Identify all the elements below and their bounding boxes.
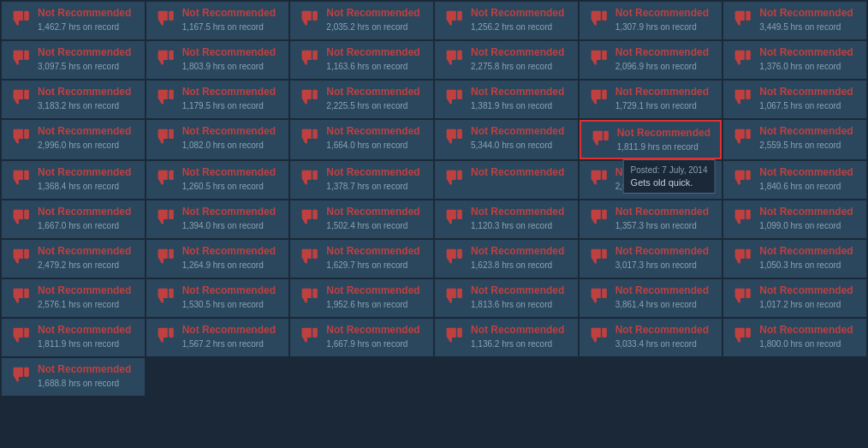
svg-rect-2 xyxy=(313,11,318,21)
hours-record: 1,179.5 hrs on record xyxy=(182,101,282,111)
thumbdown-icon xyxy=(730,127,754,151)
thumbdown-icon xyxy=(586,286,610,310)
review-card[interactable]: Not Recommended1,952.6 hrs on record xyxy=(290,279,433,317)
review-card[interactable]: Not Recommended2,096.9 hrs on record xyxy=(580,41,722,79)
not-recommended-label: Not Recommended xyxy=(759,284,859,298)
review-text: Not Recommended1,067.5 hrs on record xyxy=(759,86,859,111)
svg-rect-14 xyxy=(313,90,318,99)
review-card[interactable]: Not Recommended1,667.9 hrs on record xyxy=(290,319,433,356)
hours-record: 1,376.0 hrs on record xyxy=(759,62,859,71)
svg-rect-13 xyxy=(169,90,174,99)
not-recommended-label: Not Recommended xyxy=(182,166,282,180)
not-recommended-label: Not Recommended xyxy=(38,245,138,259)
thumbdown-icon xyxy=(442,168,466,192)
thumbdown-icon xyxy=(9,326,33,349)
review-card[interactable]: Not Recommended1,082.0 hrs on record xyxy=(146,120,289,159)
svg-rect-35 xyxy=(746,210,752,219)
review-card[interactable]: Not Recommended5,344.0 hrs on record xyxy=(435,120,578,159)
thumbdown-icon xyxy=(730,9,754,33)
thumbdown-icon xyxy=(586,168,610,192)
review-card[interactable]: Not Recommended1,307.9 hrs on record xyxy=(580,2,722,39)
thumbdown-icon xyxy=(297,286,321,310)
thumbdown-icon xyxy=(442,326,466,349)
review-card[interactable]: Not Recommended2,275.8 hrs on record xyxy=(435,41,578,79)
review-card[interactable]: Not Recommended3,097.5 hrs on record xyxy=(2,41,145,79)
review-card[interactable]: Not Recommended1,099.0 hrs on record xyxy=(723,200,866,238)
review-card[interactable]: Not Recommended1,811.9 hrs on recordPost… xyxy=(580,120,722,159)
thumbdown-icon xyxy=(586,247,610,271)
not-recommended-label: Not Recommended xyxy=(615,324,716,337)
review-card[interactable]: Not Recommended2,996.0 hrs on record xyxy=(2,120,145,159)
review-card[interactable]: Not Recommended1,803.9 hrs on record xyxy=(146,41,289,79)
review-card[interactable]: Not Recommended1,800.0 hrs on record xyxy=(723,319,866,356)
review-card[interactable]: Not Recommended2,576.1 hrs on record xyxy=(2,279,145,317)
review-card[interactable]: Not Recommended1,567.2 hrs on record xyxy=(146,319,289,356)
review-card[interactable]: Not Recommended2,559.5 hrs on record xyxy=(723,120,866,159)
review-card[interactable]: Not Recommended1,368.4 hrs on record xyxy=(2,161,145,199)
review-card[interactable]: Not Recommended1,813.6 hrs on record xyxy=(435,279,578,317)
hours-record: 1,811.9 hrs on record xyxy=(617,142,714,152)
review-text: Not Recommended1,082.0 hrs on record xyxy=(182,125,282,150)
svg-rect-17 xyxy=(746,90,752,99)
review-card[interactable]: Not Recommended1,179.5 hrs on record xyxy=(146,81,289,118)
review-card[interactable]: Not Recommended1,120.3 hrs on record xyxy=(435,200,578,238)
review-card[interactable]: Not Recommended3,017.3 hrs on record xyxy=(580,240,722,278)
svg-rect-29 xyxy=(746,170,752,180)
review-card[interactable]: Not Recommended1,376.0 hrs on record xyxy=(723,41,866,79)
svg-rect-32 xyxy=(313,210,318,219)
review-text: Not Recommended2,035.2 hrs on record xyxy=(326,7,426,32)
review-card[interactable]: Not Recommended3,861.4 hrs on record xyxy=(580,279,722,317)
thumbdown-icon xyxy=(9,127,33,151)
hours-record: 1,813.6 hrs on record xyxy=(471,300,571,309)
not-recommended-label: Not Recommended xyxy=(615,284,716,298)
review-card[interactable]: Not Recommended1,811.9 hrs on record xyxy=(2,319,145,356)
review-text: Not Recommended1,307.9 hrs on record xyxy=(615,7,716,32)
review-text: Not Recommended1,368.4 hrs on record xyxy=(38,166,138,191)
review-text: Not Recommended2,996.0 hrs on record xyxy=(38,125,138,150)
review-card[interactable]: Not Recommended1,167.5 hrs on record xyxy=(146,2,289,39)
review-card[interactable]: Not Recommended3,033.4 hrs on record xyxy=(580,319,722,356)
thumbdown-icon xyxy=(730,48,754,72)
review-card[interactable]: Not Recommended1,260.5 hrs on record xyxy=(146,161,289,199)
review-card[interactable]: Not Recommended1,378.7 hrs on record xyxy=(290,161,433,199)
review-card[interactable]: Not Recommended1,623.8 hrs on record xyxy=(435,240,578,278)
review-card[interactable]: Not Recommended1,017.2 hrs on record xyxy=(723,279,866,317)
review-card[interactable]: Not Recommended1,629.7 hrs on record xyxy=(290,240,433,278)
review-card[interactable]: Not Recommended1,394.0 hrs on record xyxy=(146,200,289,238)
review-card[interactable]: Not Recommended1,688.8 hrs on record xyxy=(2,358,145,396)
review-card[interactable]: Not Recommended1,163.6 hrs on record xyxy=(290,41,433,79)
svg-rect-53 xyxy=(746,328,752,337)
review-card[interactable]: Not Recommended1,256.2 hrs on record xyxy=(435,2,578,39)
hours-record: 1,067.5 hrs on record xyxy=(759,101,859,111)
not-recommended-label: Not Recommended xyxy=(759,206,859,219)
review-card[interactable]: Not Recommended2,050.3 hrs on record xyxy=(580,161,722,199)
review-card[interactable]: Not Recommended1,530.5 hrs on record xyxy=(146,279,289,317)
review-text: Not Recommended1,567.2 hrs on record xyxy=(182,324,282,349)
review-text: Not Recommended1,811.9 hrs on record xyxy=(38,324,138,349)
review-card[interactable]: Not Recommended2,035.2 hrs on record xyxy=(290,2,433,39)
review-card[interactable]: Not Recommended1,136.2 hrs on record xyxy=(435,319,578,356)
review-card[interactable]: Not Recommended1,050.3 hrs on record xyxy=(723,240,866,278)
review-text: Not Recommended1,050.3 hrs on record xyxy=(759,245,859,270)
review-card[interactable]: Not Recommended2,225.5 hrs on record xyxy=(290,81,433,118)
review-card[interactable]: Not Recommended1,729.1 hrs on record xyxy=(580,81,722,118)
thumbdown-icon xyxy=(730,168,754,192)
review-card[interactable]: Not Recommended1,067.5 hrs on record xyxy=(723,81,866,118)
svg-rect-24 xyxy=(24,170,29,180)
hours-record: 1,017.2 hrs on record xyxy=(759,300,859,309)
hours-record: 1,567.2 hrs on record xyxy=(182,339,282,349)
review-card[interactable]: Not Recommended1,357.3 hrs on record xyxy=(580,200,722,238)
review-card[interactable]: Not Recommended xyxy=(435,161,578,199)
review-card[interactable]: Not Recommended1,664.0 hrs on record xyxy=(290,120,433,159)
review-card[interactable]: Not Recommended1,667.0 hrs on record xyxy=(2,200,145,238)
review-card[interactable]: Not Recommended2,479.2 hrs on record xyxy=(2,240,145,278)
review-card[interactable]: Not Recommended3,449.5 hrs on record xyxy=(723,2,866,39)
svg-rect-19 xyxy=(169,129,174,139)
review-card[interactable]: Not Recommended1,840.6 hrs on record xyxy=(723,161,866,199)
review-card[interactable]: Not Recommended1,502.4 hrs on record xyxy=(290,200,433,238)
review-card[interactable]: Not Recommended1,381.9 hrs on record xyxy=(435,81,578,118)
not-recommended-label: Not Recommended xyxy=(326,284,426,298)
review-card[interactable]: Not Recommended1,462.7 hrs on record xyxy=(2,2,145,39)
review-card[interactable]: Not Recommended3,183.2 hrs on record xyxy=(2,81,145,118)
review-card[interactable]: Not Recommended1,264.9 hrs on record xyxy=(146,240,289,278)
